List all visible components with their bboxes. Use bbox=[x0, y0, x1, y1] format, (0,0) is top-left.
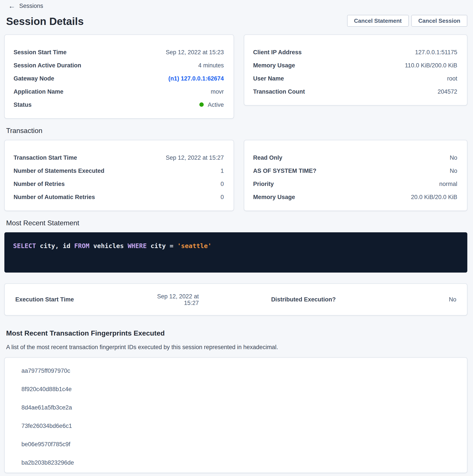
execution-info-card: Execution Start Time Sep 12, 2022 at 15:… bbox=[4, 284, 467, 315]
fingerprint-item: be06e9570f785c9f bbox=[5, 435, 467, 454]
kv-value: 4 minutes bbox=[198, 62, 224, 68]
transaction-props-card: Read Only No AS OF SYSTEM TIME? No Prior… bbox=[244, 140, 467, 211]
fingerprints-section-description: A list of the most recent transaction fi… bbox=[6, 343, 467, 351]
fingerprints-section-heading: Most Recent Transaction Fingerprints Exe… bbox=[6, 329, 467, 337]
session-info-card: Session Start Time Sep 12, 2022 at 15:23… bbox=[4, 34, 234, 119]
breadcrumb: ← Sessions bbox=[0, 0, 473, 10]
retries-row: Number of Retries 0 bbox=[14, 177, 224, 190]
session-details-page: ← Sessions Session Details Cancel Statem… bbox=[0, 0, 473, 476]
kv-label: Number of Automatic Retries bbox=[14, 194, 95, 200]
kv-label: Gateway Node bbox=[14, 75, 54, 82]
kv-value: 0 bbox=[221, 194, 224, 200]
distributed-execution-label: Distributed Execution? bbox=[271, 296, 359, 303]
header-actions: Cancel Statement Cancel Session bbox=[347, 15, 467, 27]
kv-label: Memory Usage bbox=[253, 62, 295, 68]
cancel-statement-button[interactable]: Cancel Statement bbox=[347, 15, 409, 27]
sql-keyword: WHERE bbox=[128, 242, 147, 249]
kv-value: 204572 bbox=[438, 88, 457, 95]
kv-label: Transaction Count bbox=[253, 88, 305, 95]
transaction-info-card: Transaction Start Time Sep 12, 2022 at 1… bbox=[4, 140, 234, 211]
session-overview-row: Session Start Time Sep 12, 2022 at 15:23… bbox=[4, 34, 467, 119]
status-text: Active bbox=[208, 101, 224, 108]
sql-statement-box: SELECT city, id FROM vehicles WHERE city… bbox=[4, 232, 467, 272]
sql-keyword: FROM bbox=[74, 242, 89, 249]
back-arrow-icon[interactable]: ← bbox=[8, 3, 15, 10]
fingerprint-item: 73fe26034bd6e6c1 bbox=[5, 417, 467, 435]
page-title: Session Details bbox=[6, 16, 84, 27]
statement-section-heading: Most Recent Statement bbox=[6, 219, 467, 227]
sql-text: vehicles bbox=[89, 242, 128, 249]
kv-label: Client IP Address bbox=[253, 49, 302, 55]
kv-label: Session Start Time bbox=[14, 49, 67, 55]
statements-executed-row: Number of Statements Executed 1 bbox=[14, 164, 224, 177]
page-content: Session Start Time Sep 12, 2022 at 15:23… bbox=[4, 34, 467, 473]
execution-start-time-value: Sep 12, 2022 at 15:27 bbox=[147, 293, 199, 306]
cancel-session-button[interactable]: Cancel Session bbox=[411, 15, 467, 27]
kv-value: 127.0.0.1:51175 bbox=[415, 49, 457, 55]
transaction-count-row: Transaction Count 204572 bbox=[253, 85, 457, 98]
client-ip-row: Client IP Address 127.0.0.1:51175 bbox=[253, 46, 457, 59]
session-active-duration-row: Session Active Duration 4 minutes bbox=[14, 59, 224, 72]
status-row: Status Active bbox=[14, 98, 224, 111]
gateway-node-link[interactable]: (n1) 127.0.0.1:62674 bbox=[168, 75, 224, 82]
client-info-card: Client IP Address 127.0.0.1:51175 Memory… bbox=[244, 34, 467, 105]
session-start-time-row: Session Start Time Sep 12, 2022 at 15:23 bbox=[14, 46, 224, 59]
kv-value: 0 bbox=[221, 180, 224, 187]
fingerprint-item: aa79775ff097970c bbox=[5, 362, 467, 380]
kv-value: 110.0 KiB/200.0 KiB bbox=[405, 62, 457, 68]
kv-label: Priority bbox=[253, 180, 274, 187]
kv-label: Transaction Start Time bbox=[14, 154, 77, 161]
kv-value: No bbox=[450, 154, 457, 161]
kv-label: Session Active Duration bbox=[14, 62, 81, 68]
sql-statement: SELECT city, id FROM vehicles WHERE city… bbox=[13, 242, 212, 249]
kv-value: root bbox=[447, 75, 457, 82]
kv-value: No bbox=[450, 167, 457, 174]
read-only-row: Read Only No bbox=[253, 151, 457, 164]
memory-usage-row: Memory Usage 110.0 KiB/200.0 KiB bbox=[253, 59, 457, 72]
sql-text: city = bbox=[147, 242, 177, 249]
transaction-section-heading: Transaction bbox=[6, 127, 467, 135]
kv-label: Read Only bbox=[253, 154, 282, 161]
back-to-sessions-link[interactable]: Sessions bbox=[19, 3, 43, 10]
kv-value: 20.0 KiB/20.0 KiB bbox=[411, 194, 457, 200]
distributed-execution-value: No bbox=[359, 296, 457, 303]
user-name-row: User Name root bbox=[253, 72, 457, 85]
txn-memory-usage-row: Memory Usage 20.0 KiB/20.0 KiB bbox=[253, 190, 457, 204]
fingerprints-card: aa79775ff097970c 8f920c40d88b1c4e 8d4ae6… bbox=[4, 357, 467, 473]
transaction-row: Transaction Start Time Sep 12, 2022 at 1… bbox=[4, 140, 467, 211]
kv-label: Number of Retries bbox=[14, 180, 65, 187]
gateway-node-row: Gateway Node (n1) 127.0.0.1:62674 bbox=[14, 72, 224, 85]
priority-row: Priority normal bbox=[253, 177, 457, 190]
kv-label: User Name bbox=[253, 75, 284, 82]
status-active-dot bbox=[199, 102, 204, 107]
kv-label: Number of Statements Executed bbox=[14, 167, 104, 174]
kv-value: 1 bbox=[221, 167, 224, 174]
application-name-row: Application Name movr bbox=[14, 85, 224, 98]
automatic-retries-row: Number of Automatic Retries 0 bbox=[14, 190, 224, 204]
kv-label: Application Name bbox=[14, 88, 63, 95]
kv-value: Sep 12, 2022 at 15:27 bbox=[166, 154, 224, 161]
execution-start-time-label: Execution Start Time bbox=[15, 296, 147, 303]
kv-value: normal bbox=[439, 180, 457, 187]
fingerprint-item: 8f920c40d88b1c4e bbox=[5, 380, 467, 399]
sql-keyword: SELECT bbox=[13, 242, 36, 249]
fingerprint-item: 8d4ae61a5fb3ce2a bbox=[5, 399, 467, 417]
kv-label: Status bbox=[14, 101, 32, 108]
transaction-start-time-row: Transaction Start Time Sep 12, 2022 at 1… bbox=[14, 151, 224, 164]
as-of-system-time-row: AS OF SYSTEM TIME? No bbox=[253, 164, 457, 177]
kv-value: Sep 12, 2022 at 15:23 bbox=[166, 49, 224, 55]
status-badge: Active bbox=[199, 101, 224, 108]
fingerprint-item: ba2b203b823296de bbox=[5, 454, 467, 472]
page-header: Session Details Cancel Statement Cancel … bbox=[6, 14, 467, 27]
kv-label: AS OF SYSTEM TIME? bbox=[253, 167, 316, 174]
sql-string-literal: 'seattle' bbox=[177, 242, 212, 249]
kv-value: movr bbox=[211, 88, 224, 95]
sql-text: city, id bbox=[36, 242, 74, 249]
kv-label: Memory Usage bbox=[253, 194, 295, 200]
